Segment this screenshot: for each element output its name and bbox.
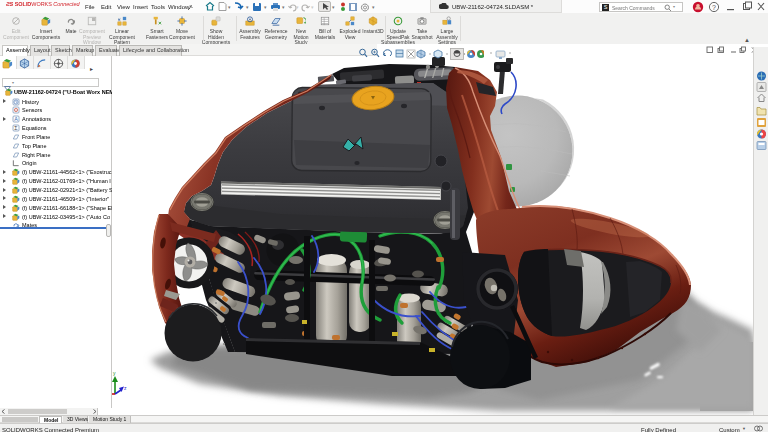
svg-text:▾: ▾ <box>228 4 231 10</box>
svg-text:▾: ▾ <box>296 4 299 10</box>
svg-text:▾: ▾ <box>311 4 314 10</box>
svg-text:z: z <box>124 385 127 391</box>
svg-text:▾: ▾ <box>246 4 249 10</box>
svg-text:?: ? <box>712 4 716 11</box>
svg-text:▾: ▾ <box>282 4 285 10</box>
svg-text:▾: ▾ <box>264 4 267 10</box>
svg-text:▾: ▾ <box>332 4 335 10</box>
svg-text:y: y <box>113 370 116 376</box>
svg-text:A: A <box>14 116 18 122</box>
svg-text:▾: ▾ <box>372 4 375 10</box>
